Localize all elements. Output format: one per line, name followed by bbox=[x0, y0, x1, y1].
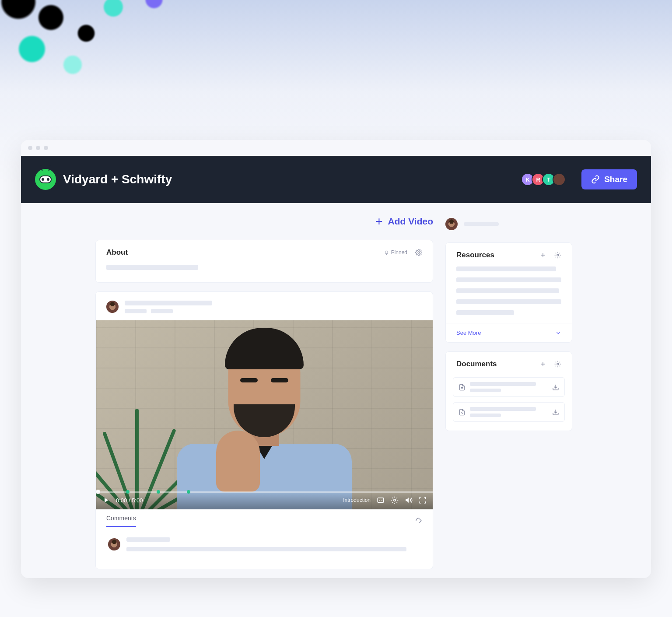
page-title: Vidyard + Schwifty bbox=[63, 172, 517, 186]
share-arrow-icon[interactable] bbox=[415, 517, 422, 524]
app-header: Vidyard + Schwifty K R T Share bbox=[21, 156, 651, 203]
current-user bbox=[445, 218, 572, 230]
resource-placeholder bbox=[456, 288, 559, 293]
captions-icon[interactable] bbox=[377, 496, 385, 504]
about-title: About bbox=[106, 248, 128, 257]
add-video-label: Add Video bbox=[388, 216, 433, 227]
doc-name-placeholder bbox=[470, 407, 536, 411]
meta-placeholder bbox=[151, 309, 173, 313]
add-video-button[interactable]: + Add Video bbox=[95, 215, 433, 228]
documents-card: Documents bbox=[445, 351, 572, 431]
video-post-card: 0:00 / 5:00 Introduction Comments bbox=[95, 291, 433, 569]
meta-placeholder bbox=[125, 309, 147, 313]
comments-tab[interactable]: Comments bbox=[106, 515, 136, 527]
plus-icon[interactable] bbox=[539, 252, 546, 259]
window-titlebar bbox=[21, 140, 651, 156]
resource-placeholder bbox=[456, 310, 514, 315]
pinned-badge: Pinned bbox=[384, 249, 407, 256]
window-dot bbox=[36, 146, 40, 150]
plus-icon: + bbox=[375, 215, 382, 228]
post-header bbox=[96, 292, 433, 320]
about-text-placeholder bbox=[106, 265, 198, 270]
pin-icon bbox=[384, 250, 389, 255]
gear-icon[interactable] bbox=[415, 249, 422, 256]
window-dot bbox=[28, 146, 32, 150]
share-button-label: Share bbox=[604, 175, 627, 184]
video-controls: 0:00 / 5:00 Introduction bbox=[96, 491, 433, 509]
file-icon bbox=[458, 408, 466, 416]
window-dot bbox=[44, 146, 48, 150]
download-icon[interactable] bbox=[552, 409, 559, 416]
chevron-down-icon bbox=[555, 330, 561, 336]
volume-icon[interactable] bbox=[405, 496, 413, 504]
document-row[interactable] bbox=[453, 402, 565, 422]
gear-icon[interactable] bbox=[391, 496, 399, 504]
main-column: + Add Video About Pinned bbox=[95, 215, 433, 578]
avatar[interactable] bbox=[553, 173, 566, 186]
link-icon bbox=[591, 175, 600, 184]
see-more-label: See More bbox=[456, 330, 481, 336]
collaborator-avatars: K R T bbox=[524, 173, 566, 186]
resource-placeholder bbox=[456, 299, 561, 304]
app-window: Vidyard + Schwifty K R T Share + Add Vid… bbox=[21, 140, 651, 578]
comment-item bbox=[96, 527, 433, 569]
file-icon bbox=[458, 383, 466, 391]
decorative-noise bbox=[0, 0, 672, 96]
current-user-name-placeholder bbox=[464, 222, 499, 226]
video-person bbox=[172, 339, 356, 509]
author-avatar[interactable] bbox=[106, 301, 119, 313]
see-more-button[interactable]: See More bbox=[446, 323, 572, 342]
download-icon[interactable] bbox=[552, 384, 559, 391]
resource-placeholder bbox=[456, 277, 561, 282]
chapter-label: Introduction bbox=[343, 497, 371, 503]
svg-point-3 bbox=[557, 254, 559, 256]
body: + Add Video About Pinned bbox=[21, 203, 651, 578]
plus-icon[interactable] bbox=[539, 361, 546, 368]
fullscreen-icon[interactable] bbox=[419, 496, 427, 504]
resource-placeholder bbox=[456, 266, 556, 271]
brand-logo bbox=[35, 169, 56, 190]
video-player[interactable]: 0:00 / 5:00 Introduction bbox=[96, 320, 433, 509]
video-time: 0:00 / 5:00 bbox=[116, 497, 143, 504]
comment-text-placeholder bbox=[126, 547, 406, 551]
doc-name-placeholder bbox=[470, 382, 536, 386]
play-icon[interactable] bbox=[102, 496, 110, 504]
author-name-placeholder bbox=[125, 301, 212, 305]
share-button[interactable]: Share bbox=[581, 169, 637, 189]
resources-card: Resources See More bbox=[445, 242, 572, 343]
svg-point-2 bbox=[394, 499, 396, 501]
about-card: About Pinned bbox=[95, 240, 433, 283]
gear-icon[interactable] bbox=[554, 252, 561, 259]
svg-rect-1 bbox=[378, 498, 384, 503]
documents-title: Documents bbox=[456, 360, 497, 368]
gear-icon[interactable] bbox=[554, 361, 561, 368]
comments-bar: Comments bbox=[96, 509, 433, 527]
document-row[interactable] bbox=[453, 377, 565, 397]
commenter-avatar[interactable] bbox=[108, 538, 120, 550]
side-column: Resources See More bbox=[445, 215, 572, 440]
doc-meta-placeholder bbox=[470, 414, 501, 417]
current-user-avatar[interactable] bbox=[445, 218, 458, 230]
comment-author-placeholder bbox=[126, 537, 170, 542]
doc-meta-placeholder bbox=[470, 389, 501, 392]
svg-point-4 bbox=[557, 363, 559, 365]
svg-point-0 bbox=[418, 252, 420, 253]
resources-title: Resources bbox=[456, 251, 494, 259]
